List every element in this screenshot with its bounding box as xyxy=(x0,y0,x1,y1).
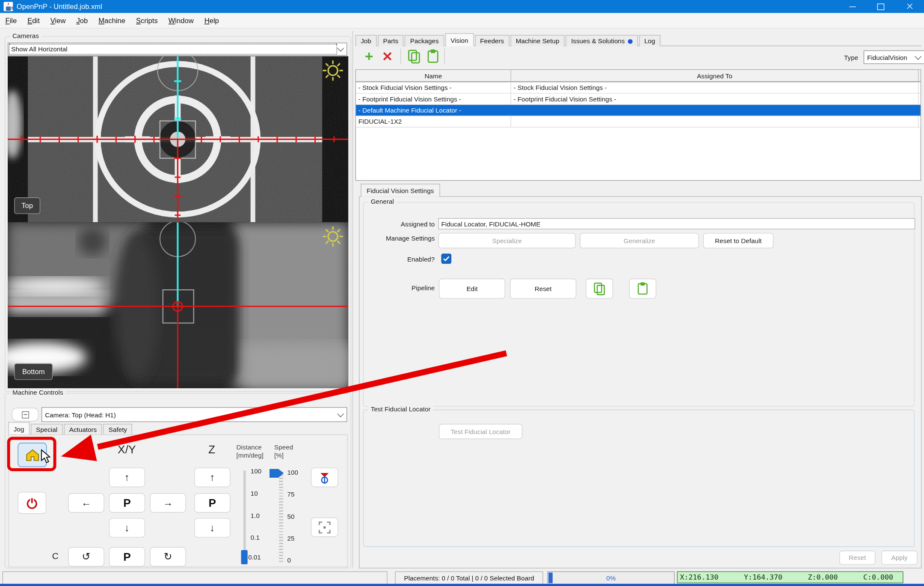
reset-button[interactable]: Reset xyxy=(839,550,875,565)
park-xy-button[interactable]: P xyxy=(109,493,145,513)
assigned-to-field[interactable]: Fiducal Locator, FIDUCIAL-HOME xyxy=(438,218,915,229)
top-camera-view[interactable]: Top xyxy=(8,57,348,223)
menu-window[interactable]: Window xyxy=(163,16,199,24)
menu-view[interactable]: View xyxy=(45,16,71,24)
reset-to-default-button[interactable]: Reset to Default xyxy=(703,233,774,248)
copy-button[interactable] xyxy=(406,49,422,64)
delete-button[interactable] xyxy=(382,51,394,62)
pipeline-paste-button[interactable] xyxy=(629,279,656,299)
machine-controls-label: Machine Controls xyxy=(10,389,66,396)
machine-coordinates: X:216.130 Y:164.370 Z:0.000 C:0.000 xyxy=(677,571,903,583)
tab-parts[interactable]: Parts xyxy=(378,35,403,46)
park-z-icon xyxy=(318,471,331,484)
jog-c-cw-button[interactable]: ↻ xyxy=(150,547,186,567)
table-row[interactable]: - Stock Fiducial Vision Settings - - Sto… xyxy=(356,82,921,93)
generalize-button[interactable]: Generalize xyxy=(580,233,699,248)
park-label: P xyxy=(209,497,216,509)
jog-z-plus-button[interactable]: ↑ xyxy=(194,467,230,487)
add-button[interactable]: + xyxy=(360,49,378,64)
panel-splitter[interactable] xyxy=(352,31,353,568)
park-all-button[interactable] xyxy=(311,467,338,487)
tab-fiducial-vision-settings[interactable]: Fiducial Vision Settings xyxy=(361,184,440,196)
tab-jog[interactable]: Jog xyxy=(8,422,29,435)
pipeline-copy-button[interactable] xyxy=(586,279,613,299)
x-icon xyxy=(382,51,394,62)
toolbar-separator xyxy=(444,49,444,64)
tab-issues-solutions[interactable]: Issues & Solutions xyxy=(566,35,638,46)
speed-slider-track[interactable] xyxy=(279,472,283,562)
pipeline-reset-button[interactable]: Reset xyxy=(510,279,576,299)
menu-file[interactable]: File xyxy=(0,16,22,24)
pipeline-edit-button[interactable]: Edit xyxy=(439,279,505,299)
column-assigned-to[interactable]: Assigned To xyxy=(511,70,919,81)
test-fiducial-locator-button[interactable]: Test Fiducial Locator xyxy=(439,424,522,439)
jog-x-plus-button[interactable]: → xyxy=(150,493,186,513)
apply-button[interactable]: Apply xyxy=(881,550,917,565)
arrow-down-icon: ↓ xyxy=(124,522,130,534)
distance-tick-label: 100 xyxy=(251,467,261,475)
tab-log[interactable]: Log xyxy=(639,35,660,46)
power-button[interactable] xyxy=(18,492,46,514)
specialize-button[interactable]: Specialize xyxy=(438,233,576,248)
jog-c-ccw-button[interactable]: ↺ xyxy=(68,547,104,567)
head-camera-selector[interactable]: Camera: Top (Head: H1) xyxy=(41,407,347,422)
close-button[interactable] xyxy=(895,0,924,13)
table-row[interactable]: - Footprint Fiducial Vision Settings - -… xyxy=(356,94,921,105)
tab-actuators[interactable]: Actuators xyxy=(64,424,102,435)
jog-z-minus-button[interactable]: ↓ xyxy=(194,518,230,538)
bottom-camera-view[interactable]: Bottom xyxy=(8,222,348,388)
z-axis-label: Z xyxy=(194,443,229,456)
window-bottom-edge xyxy=(0,584,924,586)
park-c-button[interactable]: P xyxy=(109,547,145,567)
rotate-ccw-icon: ↺ xyxy=(82,550,91,563)
camera-brightness-icon[interactable] xyxy=(322,60,344,81)
speed-tick-label: 100 xyxy=(287,469,298,476)
distance-slider-thumb[interactable] xyxy=(241,550,248,564)
tab-safety[interactable]: Safety xyxy=(103,424,132,435)
tab-vision[interactable]: Vision xyxy=(445,33,474,46)
menu-job[interactable]: Job xyxy=(71,16,93,24)
menu-help[interactable]: Help xyxy=(199,16,224,24)
jog-y-plus-button[interactable]: ↑ xyxy=(109,467,145,487)
toolbar-separator xyxy=(400,49,401,64)
tab-packages[interactable]: Packages xyxy=(405,35,444,46)
jog-y-minus-button[interactable]: ↓ xyxy=(109,518,145,538)
maximize-icon xyxy=(877,3,885,10)
tab-special[interactable]: Special xyxy=(31,424,63,435)
table-row-selected[interactable]: - Default Machine Fiducial Locator - xyxy=(356,105,921,116)
tab-feeders[interactable]: Feeders xyxy=(475,35,509,46)
type-selector[interactable]: FiducialVision xyxy=(864,51,924,64)
menu-edit[interactable]: Edit xyxy=(22,16,45,24)
maximize-button[interactable] xyxy=(867,0,895,13)
menu-scripts[interactable]: Scripts xyxy=(130,16,163,24)
chevron-down-icon xyxy=(337,410,344,417)
enabled-checkbox[interactable] xyxy=(441,254,452,264)
tab-machine-setup[interactable]: Machine Setup xyxy=(510,35,565,46)
progress-bar: 0% xyxy=(547,571,675,584)
speed-tick-label: 0 xyxy=(287,556,291,564)
table-row[interactable]: FIDUCIAL-1X2 xyxy=(356,116,921,127)
settings-panel: General Assigned to Fiducal Locator, FID… xyxy=(359,196,921,568)
position-camera-button[interactable] xyxy=(311,518,338,537)
window-title: OpenPnP - Untitled.job.xml xyxy=(17,3,102,11)
tab-job[interactable]: Job xyxy=(355,35,376,46)
menu-machine[interactable]: Machine xyxy=(93,16,131,24)
column-name[interactable]: Name xyxy=(356,70,511,81)
type-selector-value: FiducialVision xyxy=(867,54,907,61)
park-z-button[interactable]: P xyxy=(194,493,230,513)
progress-label: 0% xyxy=(606,574,616,582)
vision-settings-table: Name Assigned To - Stock Fiducial Vision… xyxy=(355,69,921,181)
minimize-button[interactable] xyxy=(838,0,866,13)
paste-button[interactable] xyxy=(425,49,441,64)
placements-status: Placements: 0 / 0 Total | 0 / 0 Selected… xyxy=(395,571,543,584)
camera-view-selector[interactable]: Show All Horizontal xyxy=(8,43,347,56)
camera-brightness-icon[interactable] xyxy=(322,226,344,247)
bottom-camera-badge: Bottom xyxy=(14,363,53,380)
coord-c: C:0.000 xyxy=(863,573,893,581)
coord-x: X:216.130 xyxy=(680,573,719,581)
jog-x-minus-button[interactable]: ← xyxy=(68,493,104,513)
collapse-button[interactable] xyxy=(12,408,38,422)
camera-view-selector-value: Show All Horizontal xyxy=(11,46,67,53)
arrow-down-icon: ↓ xyxy=(210,522,215,534)
paste-icon xyxy=(425,49,441,64)
